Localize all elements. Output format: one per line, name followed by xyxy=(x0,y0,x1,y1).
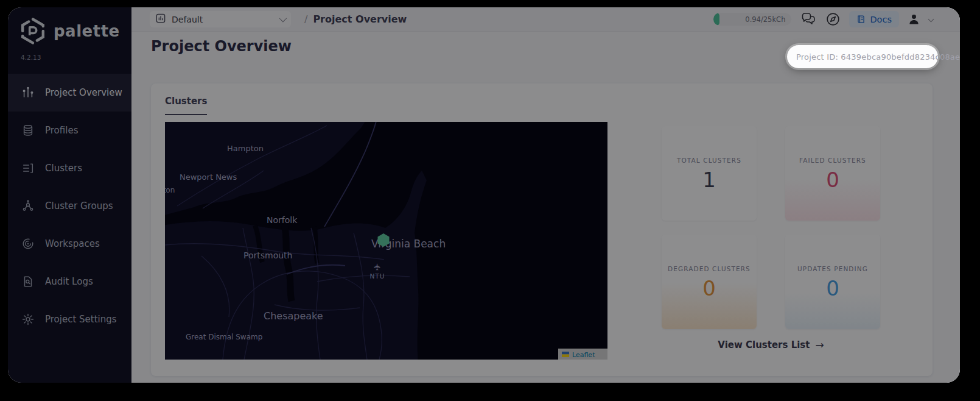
usage-meter[interactable]: 0.94/25kCh xyxy=(713,13,791,26)
view-clusters-list-link[interactable]: View Clusters List → xyxy=(662,339,880,350)
map-label: Hampton xyxy=(227,144,264,153)
chevron-down-icon[interactable] xyxy=(928,16,934,23)
clusters-card: Clusters xyxy=(151,83,933,376)
main-content: Project Overview Clusters xyxy=(131,32,960,383)
docs-label: Docs xyxy=(870,15,892,24)
stat-updates-pending: UPDATES PENDING 0 xyxy=(785,235,880,329)
palette-logo[interactable]: palette xyxy=(8,7,131,45)
attribution-label: Leaflet xyxy=(572,351,595,359)
rings-icon xyxy=(21,237,35,250)
usage-text: 0.94/25kCh xyxy=(719,15,791,24)
bar-chart-icon xyxy=(21,86,35,99)
chat-icon[interactable] xyxy=(800,12,817,26)
tab-clusters[interactable]: Clusters xyxy=(165,96,207,115)
usage-progress xyxy=(713,13,719,26)
map-label: Portsmouth xyxy=(243,250,293,260)
project-scope-selector[interactable]: Default xyxy=(150,11,291,27)
sidebar: palette 4.2.13 Project Overview Pro xyxy=(8,7,131,383)
topbar: Default / Project Overview 0.94/25kCh xyxy=(131,7,960,32)
gear-icon xyxy=(21,313,35,326)
arrow-right-icon: → xyxy=(815,340,824,350)
chevron-down-icon xyxy=(279,15,287,23)
doc-search-icon xyxy=(21,275,35,288)
book-icon xyxy=(856,15,866,24)
map-label: Norfolk xyxy=(267,215,298,225)
palette-logo-icon xyxy=(19,17,47,45)
airplane-icon: ✈ xyxy=(372,263,383,271)
topbar-actions: 0.94/25kCh Docs xyxy=(713,11,933,27)
ukraine-flag-icon xyxy=(562,352,569,355)
stat-failed-clusters: FAILED CLUSTERS 0 xyxy=(785,126,880,221)
leaflet-attribution[interactable]: Leaflet xyxy=(558,349,607,360)
nodes-icon xyxy=(21,199,35,213)
project-id-text: Project ID: 6439ebca90befdd8234c08ae xyxy=(796,52,960,62)
layers-icon xyxy=(21,124,35,137)
stat-degraded-clusters: DEGRADED CLUSTERS 0 xyxy=(662,235,757,329)
cluster-stats: TOTAL CLUSTERS 1 FAILED CLUSTERS 0 DEGRA… xyxy=(662,126,880,329)
help-compass-icon[interactable] xyxy=(826,12,840,26)
breadcrumb-current: Project Overview xyxy=(313,13,407,25)
sidebar-item-project-overview[interactable]: Project Overview xyxy=(8,74,131,112)
user-icon[interactable] xyxy=(908,13,920,25)
map-label: Great Dismal Swamp xyxy=(186,333,262,341)
mini-chart-icon xyxy=(156,13,166,26)
app-window: palette 4.2.13 Project Overview Pro xyxy=(8,7,960,383)
version-label: 4.2.13 xyxy=(21,54,131,61)
sidebar-item-clusters[interactable]: Clusters xyxy=(8,149,131,187)
docs-button[interactable]: Docs xyxy=(849,11,899,27)
sidebar-item-audit-logs[interactable]: Audit Logs xyxy=(8,263,131,300)
clusters-map[interactable]: Hampton Newport News llton Norfolk Virgi… xyxy=(165,122,607,360)
map-label: Newport News xyxy=(180,172,237,182)
map-label: NTU xyxy=(370,272,385,280)
project-id-tooltip: Project ID: 6439ebca90befdd8234c08ae xyxy=(787,45,938,68)
sidebar-item-workspaces[interactable]: Workspaces xyxy=(8,225,131,263)
app-name: palette xyxy=(54,22,120,40)
selector-value: Default xyxy=(172,15,273,24)
sidebar-nav: Project Overview Profiles Clusters xyxy=(8,74,131,338)
stat-total-clusters: TOTAL CLUSTERS 1 xyxy=(662,126,757,221)
sidebar-item-profiles[interactable]: Profiles xyxy=(8,112,131,149)
breadcrumb-separator: / xyxy=(304,13,307,25)
sidebar-item-cluster-groups[interactable]: Cluster Groups xyxy=(8,187,131,225)
map-label: llton xyxy=(165,186,175,194)
list-icon xyxy=(21,161,35,175)
map-label: Chesapeake xyxy=(264,310,323,322)
sidebar-item-project-settings[interactable]: Project Settings xyxy=(8,300,131,338)
breadcrumb: / Project Overview xyxy=(304,13,407,25)
